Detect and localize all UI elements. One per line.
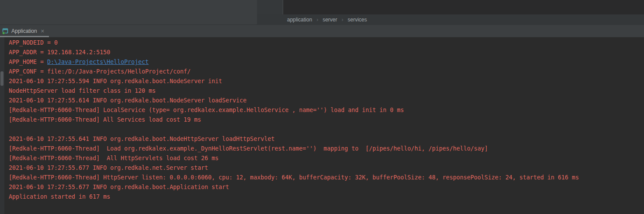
- editor-empty-panel: [0, 0, 257, 25]
- console-line: APP_ADDR = 192.168.124.2:5150: [9, 48, 644, 57]
- log-text: 2021-06-10 17:27:55.641 INFO org.redkale…: [9, 136, 274, 142]
- chevron-right-icon: ›: [312, 17, 322, 23]
- log-text: [Redkale-HTTP:6060-Thread] LocalService …: [9, 107, 404, 113]
- log-text: 2021-06-10 17:27:55.677 INFO org.redkale…: [9, 184, 229, 190]
- console-line: NodeHttpServer load filter class in 120 …: [9, 86, 644, 96]
- console-line: APP_NODEID = 0: [9, 38, 644, 48]
- log-text: 2021-06-10 17:27:55.594 INFO org.redkale…: [9, 78, 222, 84]
- console-line: [Redkale-HTTP:6060-Thread] HttpServer li…: [9, 173, 644, 182]
- editor-area: application›server›services: [257, 0, 644, 25]
- log-text: APP_ADDR = 192.168.124.2:5150: [9, 49, 110, 56]
- ide-window: application›server›services Application …: [0, 0, 644, 214]
- close-icon[interactable]: ✕: [41, 29, 45, 34]
- console-line: 2021-06-10 17:27:55.614 INFO org.redkale…: [9, 96, 644, 105]
- log-text: APP_HOME =: [9, 59, 47, 65]
- tab-label: Application: [11, 28, 37, 34]
- breadcrumb-item-services[interactable]: services: [348, 17, 367, 23]
- console-line: [9, 125, 644, 134]
- log-text: APP_CONF = file:/D:/Java-Projects/HelloP…: [9, 68, 190, 75]
- console-line: 2021-06-10 17:27:55.677 INFO org.redkale…: [9, 182, 644, 192]
- breadcrumb-item-server[interactable]: server: [322, 17, 337, 23]
- editor-upper-strip: [257, 0, 644, 14]
- breadcrumb-item-application[interactable]: application: [287, 17, 312, 23]
- console-panel: APP_NODEID = 0APP_ADDR = 192.168.124.2:5…: [0, 37, 644, 214]
- console-line: 2021-06-10 17:27:55.641 INFO org.redkale…: [9, 134, 644, 144]
- breadcrumb: application›server›services: [257, 14, 644, 25]
- log-text: [Redkale-HTTP:6060-Thread] Load org.redk…: [9, 145, 488, 152]
- log-text: NodeHttpServer load filter class in 120 …: [9, 88, 156, 94]
- run-console-icon: [2, 28, 9, 35]
- log-text: 2021-06-10 17:27:55.614 INFO org.redkale…: [9, 97, 246, 104]
- console-line: [Redkale-HTTP:6060-Thread] LocalService …: [9, 105, 644, 115]
- console-line: [Redkale-HTTP:6060-Thread] All Services …: [9, 115, 644, 125]
- console-left-gutter: [0, 37, 4, 214]
- log-text: Application started in 617 ms: [9, 193, 110, 200]
- log-text: APP_NODEID = 0: [9, 39, 58, 46]
- tool-window-tab-bar: Application ✕: [0, 25, 644, 37]
- console-line: APP_HOME = D:\Java-Projects\HelloProject: [9, 57, 644, 67]
- toolbar-stub-panel: [257, 0, 283, 14]
- console-line: 2021-06-10 17:27:55.594 INFO org.redkale…: [9, 77, 644, 86]
- file-link[interactable]: D:\Java-Projects\HelloProject: [47, 59, 149, 65]
- console-line: APP_CONF = file:/D:/Java-Projects/HelloP…: [9, 67, 644, 77]
- scrollbar-thumb[interactable]: [0, 71, 3, 86]
- log-text: [Redkale-HTTP:6060-Thread] All HttpServl…: [9, 155, 218, 161]
- log-text: 2021-06-10 17:27:55.677 INFO org.redkale…: [9, 165, 208, 171]
- tab-application[interactable]: Application ✕: [0, 25, 49, 37]
- chevron-right-icon: ›: [337, 17, 348, 23]
- editor-void: [283, 0, 644, 14]
- editor-top-row: application›server›services: [0, 0, 644, 25]
- log-text: [Redkale-HTTP:6060-Thread] All Services …: [9, 116, 201, 123]
- console-line: [Redkale-HTTP:6060-Thread] Load org.redk…: [9, 144, 644, 154]
- log-text: [Redkale-HTTP:6060-Thread] HttpServer li…: [9, 174, 579, 181]
- console-line: 2021-06-10 17:27:55.677 INFO org.redkale…: [9, 163, 644, 173]
- console-line: Application started in 617 ms: [9, 192, 644, 202]
- console-output[interactable]: APP_NODEID = 0APP_ADDR = 192.168.124.2:5…: [4, 37, 644, 214]
- console-line: [Redkale-HTTP:6060-Thread] All HttpServl…: [9, 154, 644, 163]
